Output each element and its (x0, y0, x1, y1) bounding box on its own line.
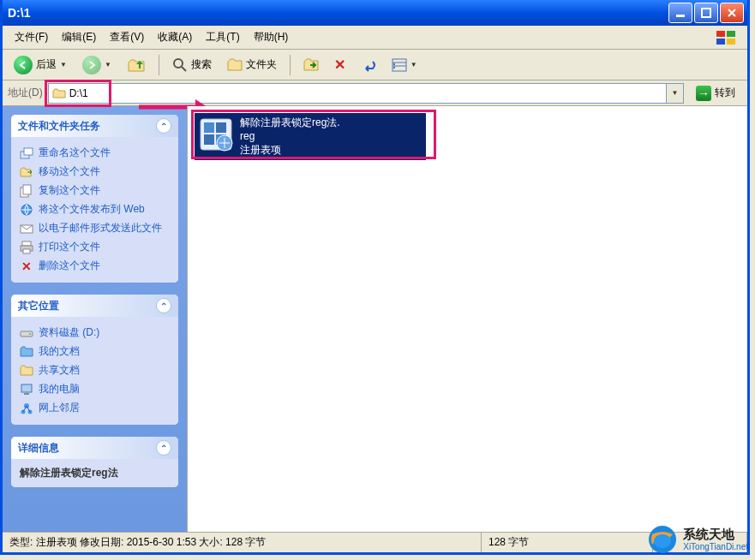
up-button[interactable] (121, 53, 152, 77)
watermark-icon (647, 524, 678, 555)
task-email[interactable]: 以电子邮件形式发送此文件 (20, 219, 170, 238)
watermark-text-zh: 系统天地 (683, 527, 748, 542)
network-icon (20, 402, 33, 415)
place-label: 我的文档 (39, 345, 80, 359)
folders-button[interactable]: 文件夹 (221, 53, 283, 77)
sidebar: 文件和文件夹任务 ⌃ 重命名这个文件 移动这个文件 (3, 106, 187, 532)
svg-rect-2 (716, 31, 725, 37)
folders-label: 文件夹 (246, 57, 277, 72)
menu-view[interactable]: 查看(V) (103, 27, 151, 47)
svg-point-40 (654, 534, 671, 548)
delete-icon: ✕ (20, 259, 33, 273)
undo-button[interactable] (355, 53, 382, 77)
delete-icon: ✕ (334, 57, 345, 73)
task-copy[interactable]: 复制这个文件 (20, 182, 170, 200)
collapse-icon: ⌃ (156, 298, 171, 313)
details-panel-header[interactable]: 详细信息 ⌃ (11, 437, 178, 459)
go-icon: → (696, 86, 711, 101)
address-input[interactable]: D:\1 (48, 83, 667, 104)
folder-icon (52, 87, 66, 99)
rename-icon (20, 146, 33, 160)
computer-icon (20, 383, 33, 396)
titlebar: D:\1 (3, 0, 747, 26)
back-button[interactable]: 后退 ▼ (8, 53, 73, 77)
svg-rect-18 (23, 185, 31, 194)
tasks-panel-header[interactable]: 文件和文件夹任务 ⌃ (11, 115, 178, 137)
svg-rect-1 (702, 9, 710, 17)
file-item-selected[interactable]: 解除注册表锁定reg法. reg 注册表项 (195, 113, 426, 160)
svg-rect-34 (204, 134, 214, 145)
menubar: 文件(F) 编辑(E) 查看(V) 收藏(A) 工具(T) 帮助(H) (3, 26, 747, 50)
close-button[interactable] (720, 3, 744, 23)
window-controls (667, 3, 747, 23)
details-panel: 详细信息 ⌃ 解除注册表锁定reg法 (11, 437, 178, 487)
svg-rect-0 (676, 15, 685, 17)
menu-favorites[interactable]: 收藏(A) (151, 27, 199, 47)
body-area: 文件和文件夹任务 ⌃ 重命名这个文件 移动这个文件 (3, 106, 747, 532)
back-label: 后退 (36, 57, 57, 72)
maximize-button[interactable] (694, 3, 718, 23)
task-delete[interactable]: ✕ 删除这个文件 (20, 257, 170, 276)
web-icon (20, 203, 33, 217)
task-publish-web[interactable]: 将这个文件发布到 Web (20, 200, 170, 219)
folder-icon (227, 58, 243, 72)
task-print[interactable]: 打印这个文件 (20, 238, 170, 257)
place-shared[interactable]: 共享文档 (20, 361, 170, 380)
svg-rect-11 (393, 63, 395, 65)
svg-point-6 (174, 59, 183, 68)
tasks-panel-title: 文件和文件夹任务 (18, 119, 100, 134)
place-network[interactable]: 网上邻居 (20, 399, 170, 418)
moveto-icon (303, 58, 319, 72)
svg-rect-32 (204, 122, 214, 133)
address-dropdown[interactable]: ▼ (667, 83, 684, 104)
place-drive-d[interactable]: 资料磁盘 (D:) (20, 324, 170, 343)
delete-button[interactable]: ✕ (328, 53, 351, 77)
email-icon (20, 222, 33, 235)
go-button[interactable]: → 转到 (689, 83, 742, 104)
collapse-icon: ⌃ (156, 118, 171, 134)
status-left: 类型: 注册表项 修改日期: 2015-6-30 1:53 大小: 128 字节 (3, 533, 482, 552)
search-label: 搜索 (191, 57, 212, 72)
drive-icon (20, 326, 33, 340)
separator (290, 55, 291, 75)
tasks-panel-body: 重命名这个文件 移动这个文件 复制这个文件 (11, 137, 178, 283)
menu-file[interactable]: 文件(F) (8, 27, 55, 47)
explorer-window: D:\1 文件(F) 编辑(E) 查看(V) 收藏(A) 工具(T) 帮助(H) (0, 0, 750, 555)
svg-rect-27 (24, 393, 29, 395)
svg-line-7 (182, 67, 186, 71)
views-icon (392, 58, 407, 72)
task-label: 打印这个文件 (39, 241, 100, 254)
place-mydocs[interactable]: 我的文档 (20, 343, 170, 361)
chevron-down-icon: ▼ (60, 61, 67, 69)
watermark: 系统天地 XiTongTianDi.net (647, 524, 748, 555)
chevron-down-icon: ▼ (410, 61, 417, 69)
task-label: 移动这个文件 (39, 165, 100, 179)
task-move[interactable]: 移动这个文件 (20, 163, 170, 182)
forward-button[interactable]: ▼ (76, 53, 117, 77)
menu-help[interactable]: 帮助(H) (247, 27, 296, 47)
move-to-button[interactable] (297, 53, 325, 77)
task-rename[interactable]: 重命名这个文件 (20, 144, 170, 163)
places-panel-header[interactable]: 其它位置 ⌃ (11, 295, 178, 317)
places-panel-title: 其它位置 (18, 299, 59, 313)
place-label: 共享文档 (39, 364, 80, 378)
window-title: D:\1 (8, 6, 667, 20)
file-list[interactable]: 解除注册表锁定reg法. reg 注册表项 (187, 106, 747, 532)
chevron-down-icon: ▼ (672, 89, 679, 97)
place-mycomputer[interactable]: 我的电脑 (20, 380, 170, 399)
print-icon (20, 241, 33, 254)
move-icon (20, 165, 33, 179)
search-button[interactable]: 搜索 (166, 53, 218, 77)
views-button[interactable]: ▼ (386, 53, 423, 77)
svg-rect-4 (716, 39, 725, 45)
file-text: 解除注册表锁定reg法. reg 注册表项 (240, 116, 340, 158)
menu-tools[interactable]: 工具(T) (199, 27, 246, 47)
watermark-text-en: XiTongTianDi.net (683, 542, 748, 551)
file-name-line1: 解除注册表锁定reg法. (240, 116, 340, 129)
places-panel: 其它位置 ⌃ 资料磁盘 (D:) 我的文档 (11, 295, 178, 425)
minimize-button[interactable] (668, 3, 692, 23)
details-panel-body: 解除注册表锁定reg法 (11, 459, 178, 487)
menu-edit[interactable]: 编辑(E) (55, 27, 103, 47)
task-label: 以电子邮件形式发送此文件 (39, 222, 162, 235)
status-size: 128 字节 (482, 533, 653, 552)
